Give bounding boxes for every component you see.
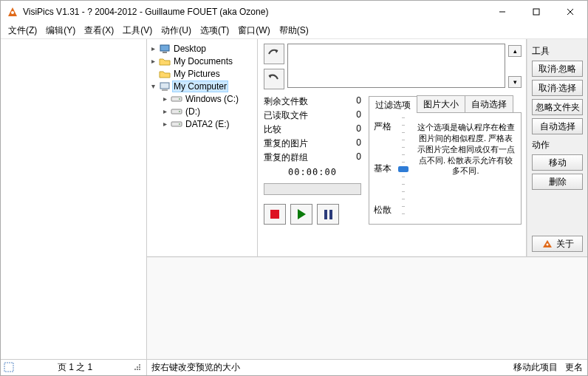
stat-dupgrp-value: 0 xyxy=(356,151,361,164)
tree-toggle-icon[interactable]: ▸ xyxy=(160,107,169,115)
tree-item-label: DATA2 (E:) xyxy=(184,119,230,129)
elapsed-timer: 00:00:00 xyxy=(264,167,361,177)
tree-item-label: My Documents xyxy=(172,56,233,66)
stat-read-value: 0 xyxy=(356,109,361,122)
auto-select-button[interactable]: 自动选择 xyxy=(532,118,583,134)
filter-tab-body: 严格 基本 松散 这个选项是确认程序在检查图片间的相似程度. 严格表示图片完全相… xyxy=(369,112,522,225)
scale-strict-label: 严格 xyxy=(374,120,392,133)
folder-icon xyxy=(159,69,171,79)
tree-toggle-icon[interactable]: ▸ xyxy=(160,120,169,128)
svg-rect-11 xyxy=(139,369,140,370)
about-button[interactable]: 关于 xyxy=(532,236,583,252)
stat-compared-value: 0 xyxy=(356,123,361,136)
tab-picsize[interactable]: 图片大小 xyxy=(417,95,465,112)
tree-item[interactable]: ▸(D:) xyxy=(148,105,256,117)
close-button[interactable] xyxy=(553,1,587,23)
tree-toggle-icon[interactable]: ▾ xyxy=(148,82,157,90)
tree-toggle-icon[interactable]: ▸ xyxy=(160,95,169,103)
svg-rect-7 xyxy=(137,366,138,368)
tree-item[interactable]: ▾My Computer xyxy=(148,80,256,92)
stat-remaining-label: 剩余文件数 xyxy=(264,95,308,108)
filter-tabs: 过滤选项 图片大小 自动选择 严格 基本 松散 xyxy=(369,95,522,225)
drive-icon xyxy=(171,106,182,117)
svg-point-17 xyxy=(179,98,180,100)
tree-item[interactable]: ▸My Documents xyxy=(148,55,256,67)
svg-rect-15 xyxy=(162,89,168,91)
menu-edit[interactable]: 编辑(Y) xyxy=(41,23,80,38)
tree-item[interactable]: ▸Desktop xyxy=(148,42,256,55)
tree-item-label: Desktop xyxy=(172,44,206,54)
path-up-button[interactable]: ▴ xyxy=(508,45,522,57)
pause-button[interactable] xyxy=(317,204,339,225)
path-listbox[interactable] xyxy=(287,44,505,88)
stats-panel: 剩余文件数0 已读取文件0 比较0 重复的图片0 重复的群组0 00:00:00 xyxy=(264,95,361,225)
scale-basic-label: 基本 xyxy=(374,163,392,175)
app-window: VisiPics V1.31 - ? 2004-2012 - Guillaume… xyxy=(0,0,588,376)
tree-toggle-icon[interactable]: ▸ xyxy=(148,44,157,52)
drive-icon xyxy=(171,119,182,129)
right-pane: ▸Desktop▸My DocumentsMy Pictures▾My Comp… xyxy=(147,39,587,375)
window-title: VisiPics V1.31 - ? 2004-2012 - Guillaume… xyxy=(23,7,485,17)
stat-duppic-value: 0 xyxy=(356,137,361,150)
tree-toggle-icon[interactable]: ▸ xyxy=(148,57,157,65)
results-canvas[interactable] xyxy=(147,257,587,359)
tab-filter[interactable]: 过滤选项 xyxy=(369,96,417,113)
menu-help[interactable]: 帮助(S) xyxy=(275,23,313,38)
hint-text: 按右键改变预览的大小 xyxy=(151,361,506,374)
rename-link[interactable]: 更名 xyxy=(565,361,583,374)
bottom-statusbar: 按右键改变预览的大小 移动此项目 更名 xyxy=(147,359,587,375)
menu-options[interactable]: 选项(T) xyxy=(196,23,233,38)
fox-icon xyxy=(541,239,553,249)
top-panels: ▸Desktop▸My DocumentsMy Pictures▾My Comp… xyxy=(147,39,587,257)
svg-rect-13 xyxy=(163,52,167,53)
content: 页 1 之 1 ▸Desktop▸My DocumentsMy Pictures… xyxy=(1,39,587,375)
svg-point-22 xyxy=(546,244,548,246)
stat-compared-label: 比较 xyxy=(264,123,281,136)
stat-duppic-label: 重复的图片 xyxy=(264,137,308,150)
menu-window[interactable]: 窗口(W) xyxy=(233,23,274,38)
maximize-button[interactable] xyxy=(519,1,553,23)
tree-item[interactable]: ▸Windows (C:) xyxy=(148,92,256,105)
folder-icon xyxy=(159,56,171,66)
cancel-select-button[interactable]: 取消·选择 xyxy=(532,80,583,96)
menu-action[interactable]: 动作(U) xyxy=(157,23,196,38)
tree-item[interactable]: ▸DATA2 (E:) xyxy=(148,117,256,130)
scale-loose-label: 松散 xyxy=(374,204,392,216)
preview-statusbar: 页 1 之 1 xyxy=(1,359,146,375)
add-path-button[interactable] xyxy=(264,44,284,64)
app-icon xyxy=(7,6,18,18)
similarity-slider[interactable] xyxy=(396,117,411,219)
move-item-link[interactable]: 移动此项目 xyxy=(513,361,558,374)
menu-view[interactable]: 查看(X) xyxy=(80,23,118,38)
play-button[interactable] xyxy=(290,204,312,225)
stat-dupgrp-label: 重复的群组 xyxy=(264,151,308,164)
svg-rect-14 xyxy=(160,83,169,89)
page-indicator: 页 1 之 1 xyxy=(18,361,131,374)
cancel-ignore-button[interactable]: 取消·忽略 xyxy=(532,61,583,77)
minimize-button[interactable] xyxy=(485,1,519,23)
menu-tools[interactable]: 工具(V) xyxy=(118,23,157,38)
path-down-button[interactable]: ▾ xyxy=(508,76,522,88)
tools-heading: 工具 xyxy=(532,45,583,58)
pause-icon xyxy=(324,210,332,219)
svg-rect-8 xyxy=(139,366,140,368)
menu-file[interactable]: 文件(Z) xyxy=(4,23,41,38)
remove-path-button[interactable] xyxy=(264,69,284,89)
play-icon xyxy=(298,209,306,219)
preview-status-icon xyxy=(4,362,16,374)
stat-read-label: 已读取文件 xyxy=(264,109,308,122)
stop-button[interactable] xyxy=(264,204,286,225)
computer-icon xyxy=(159,81,171,92)
svg-rect-2 xyxy=(533,9,539,15)
move-button[interactable]: 移动 xyxy=(532,154,583,171)
stat-remaining-value: 0 xyxy=(356,95,361,108)
tab-autosel[interactable]: 自动选择 xyxy=(465,95,513,112)
resize-grip-icon[interactable] xyxy=(131,361,145,375)
tree-item[interactable]: My Pictures xyxy=(148,67,256,80)
svg-rect-9 xyxy=(134,369,136,370)
ignore-folder-button[interactable]: 忽略文件夹 xyxy=(532,99,583,115)
folder-tree[interactable]: ▸Desktop▸My DocumentsMy Pictures▾My Comp… xyxy=(147,39,258,256)
svg-point-19 xyxy=(179,111,180,112)
delete-button[interactable]: 删除 xyxy=(532,174,583,190)
action-heading: 动作 xyxy=(532,139,583,151)
